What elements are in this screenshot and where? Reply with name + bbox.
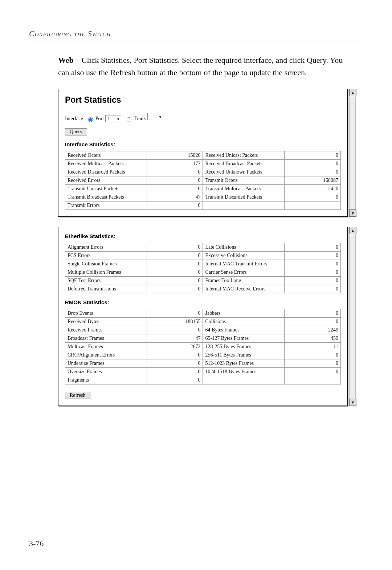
- stat-label: Jabbers: [203, 309, 285, 318]
- trunk-select[interactable]: [147, 113, 163, 120]
- stat-value: 0: [147, 326, 203, 334]
- stat-value: 0: [285, 151, 341, 160]
- stat-label: 128-255 Bytes Frames: [203, 343, 285, 351]
- scroll-track[interactable]: [349, 234, 356, 399]
- port-radio[interactable]: [88, 117, 93, 122]
- stat-value: 15020: [147, 151, 203, 160]
- port-radio-label[interactable]: Port: [86, 116, 104, 121]
- stat-value: 0: [147, 351, 203, 359]
- table-row: Drop Events0Jabbers0: [65, 309, 341, 318]
- stat-label: Fragments: [65, 376, 147, 384]
- scroll-down-icon[interactable]: ▼: [349, 399, 356, 406]
- stat-label: Multicast Frames: [65, 343, 147, 351]
- stat-value: 0: [147, 277, 203, 285]
- table-row: Fragments0: [65, 376, 341, 384]
- stat-label: Frames Too Long: [203, 277, 285, 285]
- stat-value: 2672: [147, 343, 203, 351]
- stat-value: 0: [285, 252, 341, 260]
- stat-label: Collisions: [203, 318, 285, 326]
- stat-value: 0: [147, 243, 203, 252]
- stat-label: Multiple Collision Frames: [65, 268, 147, 277]
- table-row: SQE Test Errors0Frames Too Long0: [65, 277, 341, 285]
- rmon-statistics-title: RMON Statistics:: [65, 299, 341, 305]
- stat-value: 0: [147, 168, 203, 176]
- stat-label: Transmit Multicast Packets: [203, 185, 285, 193]
- stat-value: 177: [147, 160, 203, 168]
- stat-value: 0: [285, 160, 341, 168]
- stat-value: 2420: [285, 185, 341, 193]
- stat-value: 47: [147, 334, 203, 343]
- stat-label: Excessive Collisions: [203, 252, 285, 260]
- interface-statistics-title: Interface Statistics:: [65, 141, 341, 147]
- scroll-down-icon[interactable]: ▼: [349, 209, 356, 217]
- figure-port-statistics: Port Statistics Interface Port 1 Trunk Q…: [58, 89, 356, 217]
- stat-value: 0: [147, 185, 203, 193]
- stat-label: Received Errors: [65, 176, 147, 185]
- stat-label: Received Broadcast Packets: [203, 160, 285, 168]
- stat-value: 0: [147, 252, 203, 260]
- table-row: Received Discarded Packets0Received Unkn…: [65, 168, 341, 176]
- stat-label: Broadcast Frames: [65, 334, 147, 343]
- scroll-track[interactable]: [349, 96, 356, 209]
- stat-value: 47: [147, 193, 203, 201]
- interface-controls: Interface Port 1 Trunk: [65, 113, 341, 122]
- trunk-radio[interactable]: [127, 117, 131, 122]
- stat-value: 0: [285, 351, 341, 359]
- stat-label: Received Discarded Packets: [65, 168, 147, 176]
- stat-label: Transmit Discarded Packets: [203, 193, 285, 201]
- stat-label: Single Collision Frames: [65, 260, 147, 268]
- table-row: Transmit Broadcast Packets47Transmit Dis…: [65, 193, 341, 201]
- stat-value: 0: [147, 359, 203, 368]
- table-row: Multiple Collision Frames0Carrier Sense …: [65, 268, 341, 277]
- stat-label: Late Collisions: [203, 243, 285, 252]
- stat-value: 0: [285, 193, 341, 201]
- stat-value: 0: [147, 176, 203, 185]
- figure-etherlike-rmon: Etherlike Statistics: Alignment Errors0L…: [58, 227, 356, 406]
- stat-value: [285, 201, 341, 210]
- stat-label: Transmit Broadcast Packets: [65, 193, 147, 201]
- scrollbar-figure2[interactable]: ▲ ▼: [349, 227, 356, 406]
- stat-value: 0: [285, 285, 341, 293]
- table-row: FCS Errors0Excessive Collisions0: [65, 252, 341, 260]
- stat-label: 65-127 Bytes Frames: [203, 334, 285, 343]
- port-radio-text: Port: [95, 116, 104, 121]
- stat-value: 0: [285, 168, 341, 176]
- body-rest: – Click Statistics, Port Statistics. Sel…: [58, 56, 343, 77]
- stat-value: 459: [285, 334, 341, 343]
- stat-label: Transmit Unicast Packets: [65, 185, 147, 193]
- header-rule: [29, 41, 363, 41]
- scroll-up-icon[interactable]: ▲: [349, 227, 356, 234]
- stat-label: 1024-1518 Bytes Frames: [203, 368, 285, 376]
- stat-label: Undersize Frames: [65, 359, 147, 368]
- scroll-up-icon[interactable]: ▲: [349, 89, 356, 96]
- stat-label: Transmit Octets: [203, 176, 285, 185]
- trunk-radio-label[interactable]: Trunk: [125, 116, 146, 121]
- stat-value: 0: [285, 309, 341, 318]
- stat-label: Received Unknown Packets: [203, 168, 285, 176]
- stat-value: 0: [147, 285, 203, 293]
- refresh-button[interactable]: Refresh: [65, 392, 90, 399]
- stat-label: SQE Test Errors: [65, 277, 147, 285]
- stat-value: 188155: [147, 318, 203, 326]
- stat-label: Deferred Transmissions: [65, 285, 147, 293]
- stat-label: [203, 201, 285, 210]
- stat-value: 0: [147, 309, 203, 318]
- query-button[interactable]: Query: [65, 128, 87, 135]
- stat-value: 0: [147, 368, 203, 376]
- stat-label: Received Frames: [65, 326, 147, 334]
- stat-value: 11: [285, 343, 341, 351]
- stat-label: 64 Bytes Frames: [203, 326, 285, 334]
- scrollbar-figure1[interactable]: ▲ ▼: [349, 89, 356, 217]
- table-row: Transmit Unicast Packets0Transmit Multic…: [65, 185, 341, 193]
- etherlike-statistics-table: Alignment Errors0Late Collisions0FCS Err…: [65, 243, 341, 293]
- table-row: Received Octets15020Received Unicast Pac…: [65, 151, 341, 160]
- stat-label: 512-1023 Bytes Frames: [203, 359, 285, 368]
- stat-label: 256-511 Bytes Frames: [203, 351, 285, 359]
- port-select[interactable]: 1: [105, 115, 121, 122]
- stat-value: 0: [285, 260, 341, 268]
- stat-value: 0: [285, 268, 341, 277]
- stat-label: Internal MAC Transmit Errors: [203, 260, 285, 268]
- stat-value: 168087: [285, 176, 341, 185]
- stat-label: Received Multicast Packets: [65, 160, 147, 168]
- table-row: Undersize Frames0512-1023 Bytes Frames0: [65, 359, 341, 368]
